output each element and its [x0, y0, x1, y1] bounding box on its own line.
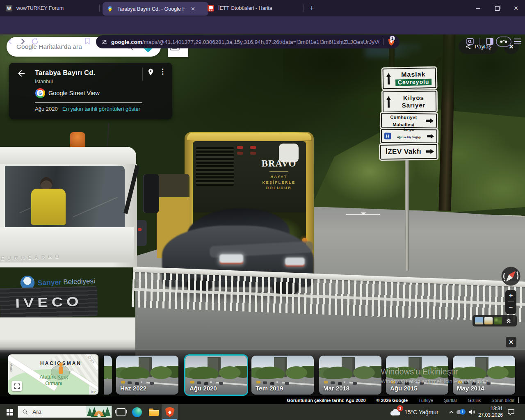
- brave-vpn-icon[interactable]: [496, 37, 511, 47]
- shield-badge: 1: [390, 36, 395, 41]
- truck-antenna: [107, 123, 109, 148]
- windows-taskbar: Ara 3 15°C Yağmur i 13:31 27.03.2026: [0, 404, 525, 420]
- street-view-nav-arrow[interactable]: [346, 214, 380, 215]
- zoom-in-button[interactable]: +: [505, 290, 516, 301]
- search-tab-icon[interactable]: [466, 37, 475, 46]
- sedan-tail-light: [285, 258, 305, 267]
- map-pin-icon[interactable]: [147, 68, 155, 76]
- place-subtitle: İstanbul: [35, 79, 53, 84]
- thumb-label: Tem 2019: [256, 385, 283, 392]
- minimap-expand-button[interactable]: [11, 381, 22, 391]
- brake-light: [250, 152, 256, 155]
- forward-icon[interactable]: [18, 37, 27, 46]
- brake-light: [237, 146, 243, 149]
- capture-date-text: Görüntünün çekilme tarihi: Ağu 2020: [287, 398, 365, 403]
- right-arrow-icon: [426, 148, 434, 154]
- browser-tab-bar: W wowTURKEY Forum Tarabya Bayırı Cd. - G…: [0, 0, 525, 16]
- site-settings-icon[interactable]: [101, 39, 108, 46]
- clock[interactable]: 13:31 27.03.2026: [472, 406, 503, 418]
- road-sign-kilyos: Kilyos Sarıyer: [383, 91, 437, 112]
- tab-google-maps[interactable]: Tarabya Bayırı Cd. - Google Harit ✕: [103, 2, 208, 16]
- folder-icon: [149, 409, 159, 416]
- weather-widget[interactable]: 3 15°C Yağmur: [389, 404, 438, 420]
- imagery-thumb[interactable]: [475, 317, 483, 324]
- thumb-label: Mar 2018: [323, 385, 349, 392]
- hospital-icon: H: [384, 133, 391, 139]
- truck-mirror: [143, 174, 159, 213]
- tab-divider: [99, 5, 100, 12]
- tab-iett[interactable]: İETT Otobüsleri - Harita: [208, 0, 285, 16]
- menu-icon[interactable]: [514, 38, 521, 45]
- timeline-bar: eköyü Çı Ka icz HACIOSMAN Atatürk Kent O…: [0, 350, 525, 396]
- taskbar-search-box[interactable]: Ara: [18, 406, 112, 418]
- back-arrow-icon[interactable]: [16, 68, 26, 78]
- bus-advert-text: BRAVO HAYAT KEŞİFLERLE DOLUDUR: [242, 158, 316, 191]
- start-button[interactable]: [3, 404, 16, 420]
- timeline-thumb-agu-2015[interactable]: Ağu 2015: [386, 356, 448, 395]
- attrib-link-report[interactable]: Sorun bildir: [491, 398, 514, 403]
- show-hidden-icons-button[interactable]: [447, 404, 455, 420]
- edge-button[interactable]: [131, 404, 143, 420]
- truck-brand-text: IVECO: [0, 294, 98, 310]
- search-icon: [22, 409, 28, 415]
- clock-time: 13:31: [472, 406, 503, 412]
- pegman-marker[interactable]: [58, 363, 64, 375]
- zoom-control: + −: [505, 290, 516, 314]
- street-view-provider: Google Street View: [48, 90, 100, 96]
- window-restore-button[interactable]: [488, 0, 506, 16]
- timeline-thumb-haz-2022[interactable]: Haz 2022: [116, 356, 178, 395]
- up-arrow-icon: [386, 73, 392, 85]
- zoom-out-button[interactable]: −: [505, 302, 516, 313]
- edge-icon: [132, 407, 142, 417]
- tab-close-icon[interactable]: ✕: [191, 6, 195, 12]
- attrib-link-country[interactable]: Türkiye: [418, 398, 433, 403]
- latest-imagery-link[interactable]: En yakın tarihli görüntüleri göster: [62, 106, 140, 112]
- file-explorer-button[interactable]: [148, 404, 160, 420]
- attrib-link-privacy[interactable]: Gizlilik: [468, 398, 481, 403]
- timeline-thumb-mar-2018[interactable]: Mar 2018: [319, 356, 381, 395]
- bookmark-icon[interactable]: [83, 37, 91, 46]
- more-options-icon[interactable]: ⋮: [159, 67, 167, 76]
- imagery-thumb[interactable]: [484, 317, 493, 324]
- maps-content: Maslak Çevreyolu Kilyos Sarıyer Cumhuriy…: [0, 34, 525, 404]
- brave-taskbar-button[interactable]: [162, 404, 178, 420]
- imagery-thumb[interactable]: [494, 317, 502, 324]
- tab-title: wowTURKEY Forum: [16, 5, 64, 11]
- thumb-label: Ağu 2015: [390, 385, 418, 392]
- action-center-button[interactable]: [505, 404, 517, 420]
- tab-wowturkey[interactable]: W wowTURKEY Forum: [6, 0, 96, 16]
- minimap[interactable]: eköyü Çı Ka icz HACIOSMAN Atatürk Kent O…: [8, 354, 98, 395]
- url-divider: [383, 39, 383, 45]
- sidebar-icon[interactable]: [486, 38, 494, 45]
- search-highlight-image[interactable]: [86, 406, 112, 418]
- thumb-label: Haz 2022: [120, 385, 146, 392]
- timeline-thumb-tem-2019[interactable]: Tem 2019: [251, 356, 314, 395]
- onedrive-status-icon[interactable]: i: [457, 409, 466, 415]
- up-arrow-icon: [386, 96, 391, 108]
- address-bar[interactable]: google.com/maps/@41.1401377,29.0306281,3…: [96, 35, 399, 48]
- compass-control[interactable]: [501, 266, 521, 286]
- window-close-button[interactable]: ✕: [507, 0, 525, 16]
- road-sign-izev: İZEV Vakfı: [380, 144, 437, 160]
- new-tab-button[interactable]: +: [307, 3, 317, 13]
- google-maps-pin-icon: [107, 6, 113, 12]
- brave-shield-icon[interactable]: 1: [387, 37, 395, 46]
- back-icon[interactable]: [6, 37, 15, 46]
- timeline-thumb-partial[interactable]: [104, 356, 112, 395]
- task-view-button[interactable]: [115, 404, 127, 420]
- close-timeline-button[interactable]: ✕: [506, 337, 516, 347]
- timeline-thumb-may-2014[interactable]: May 2014: [453, 356, 515, 395]
- timeline-thumb-agu-2020-selected[interactable]: Ağu 2020: [184, 354, 248, 396]
- thumb-label: Ağu 2020: [189, 385, 217, 392]
- panel-divider: [142, 68, 143, 81]
- task-view-icon: [116, 408, 126, 416]
- truck-beacon-light: [70, 132, 85, 148]
- right-arrow-icon: [427, 134, 434, 139]
- reload-icon[interactable]: [30, 37, 39, 46]
- chevron-up-double-icon[interactable]: [506, 318, 511, 324]
- imagery-thumbnails-control[interactable]: [472, 315, 517, 326]
- windows-logo-icon: [7, 409, 13, 415]
- window-minimize-button[interactable]: [469, 0, 487, 16]
- wowturkey-favicon: W: [6, 5, 12, 11]
- attrib-link-terms[interactable]: Şartlar: [444, 398, 457, 403]
